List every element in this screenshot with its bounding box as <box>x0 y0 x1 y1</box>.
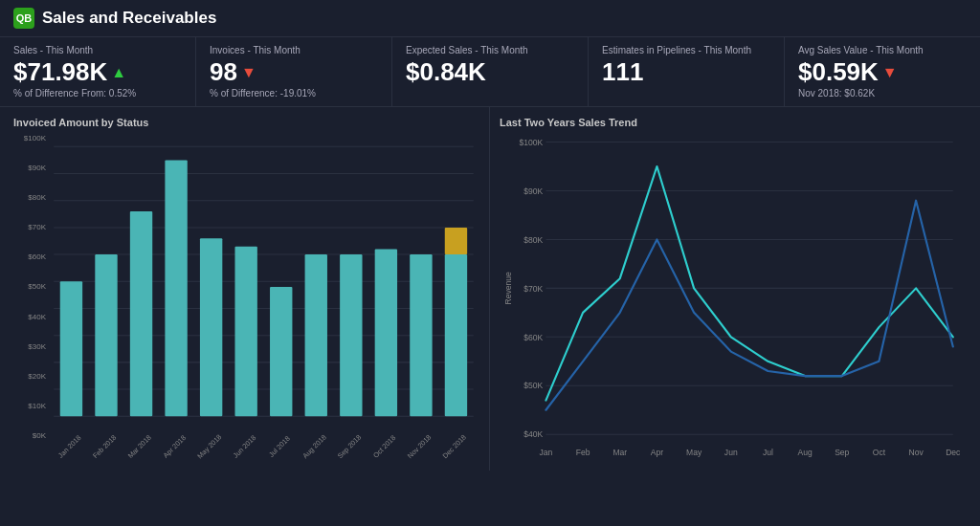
bar-y-label: $40K <box>13 313 50 321</box>
kpi-row: Sales - This Month$71.98K▲% of Differenc… <box>0 37 980 107</box>
arrow-down-icon: ▼ <box>882 64 898 81</box>
svg-text:Nov 2018: Nov 2018 <box>406 433 433 460</box>
svg-text:Jan 2018: Jan 2018 <box>56 433 83 460</box>
page-title: Sales and Receivables <box>42 9 216 28</box>
bar-y-label: $100K <box>13 134 50 142</box>
svg-text:Feb: Feb <box>576 448 590 457</box>
kpi-label: Sales - This Month <box>13 45 182 55</box>
svg-text:Revenue: Revenue <box>503 272 513 304</box>
svg-rect-27 <box>340 254 362 416</box>
svg-rect-31 <box>410 254 432 416</box>
svg-rect-33 <box>445 254 467 416</box>
svg-text:Dec 2018: Dec 2018 <box>440 433 467 460</box>
kpi-label: Expected Sales - This Month <box>406 45 574 55</box>
line-chart-title: Last Two Years Sales Trend <box>500 117 967 128</box>
bar-y-label: $20K <box>13 372 50 381</box>
svg-text:Apr 2018: Apr 2018 <box>162 433 188 459</box>
kpi-card-avg-sales: Avg Sales Value - This Month$0.59K▼Nov 2… <box>785 37 980 106</box>
svg-rect-17 <box>165 160 187 416</box>
svg-text:Oct: Oct <box>873 448 886 457</box>
svg-rect-11 <box>60 281 82 416</box>
svg-text:$80K: $80K <box>523 235 543 245</box>
kpi-label: Estimates in Pipelines - This Month <box>602 45 770 55</box>
logo: QB <box>13 8 34 29</box>
kpi-card-sales: Sales - This Month$71.98K▲% of Differenc… <box>0 37 196 106</box>
kpi-value: $0.84K <box>406 57 574 87</box>
svg-text:Oct 2018: Oct 2018 <box>371 433 397 459</box>
svg-rect-29 <box>375 249 397 416</box>
svg-text:$60K: $60K <box>523 333 543 342</box>
kpi-value: 111 <box>602 57 770 87</box>
svg-text:Jun 2018: Jun 2018 <box>232 433 258 460</box>
kpi-sub: % of Difference From: 0.52% <box>13 88 182 99</box>
bar-y-label: $80K <box>13 193 50 202</box>
svg-rect-23 <box>270 287 292 416</box>
svg-text:$70K: $70K <box>523 284 543 294</box>
kpi-card-expected-sales: Expected Sales - This Month$0.84K <box>392 37 589 106</box>
bar-y-label: $0K <box>13 431 50 440</box>
svg-rect-15 <box>130 211 152 416</box>
bar-y-label: $50K <box>13 282 50 291</box>
kpi-label: Avg Sales Value - This Month <box>798 45 967 55</box>
charts-row: Invoiced Amount by Status $100K$90K$80K$… <box>0 107 980 471</box>
kpi-sub: Nov 2018: $0.62K <box>798 88 967 99</box>
svg-text:Sep 2018: Sep 2018 <box>336 433 363 460</box>
svg-text:Mar 2018: Mar 2018 <box>126 433 153 460</box>
bar-chart-panel: Invoiced Amount by Status $100K$90K$80K$… <box>0 107 490 471</box>
svg-text:Nov: Nov <box>909 448 924 457</box>
svg-text:May 2018: May 2018 <box>195 432 223 460</box>
svg-rect-21 <box>234 247 256 417</box>
svg-text:Mar: Mar <box>612 448 627 457</box>
bar-chart-title: Invoiced Amount by Status <box>13 117 479 128</box>
bar-y-label: $60K <box>13 252 50 261</box>
svg-rect-34 <box>445 228 467 254</box>
header: QB Sales and Receivables <box>0 0 980 37</box>
svg-text:Apr: Apr <box>651 448 663 457</box>
kpi-sub: % of Difference: -19.01% <box>210 88 378 99</box>
bar-y-label: $70K <box>13 223 50 231</box>
kpi-value: $71.98K▲ <box>13 57 182 87</box>
svg-text:Sep: Sep <box>835 448 849 457</box>
svg-text:$90K: $90K <box>523 186 543 196</box>
svg-text:May: May <box>686 448 702 457</box>
kpi-value: 98▼ <box>210 57 378 87</box>
svg-rect-13 <box>95 254 117 416</box>
svg-text:Jun: Jun <box>724 448 738 457</box>
kpi-card-estimates: Estimates in Pipelines - This Month111 <box>589 37 785 106</box>
svg-rect-25 <box>305 254 327 416</box>
svg-text:Aug 2018: Aug 2018 <box>301 433 327 460</box>
kpi-label: Invoices - This Month <box>210 45 378 55</box>
kpi-value: $0.59K▼ <box>798 57 967 87</box>
svg-text:Aug: Aug <box>797 448 812 457</box>
svg-text:Dec: Dec <box>946 448 961 457</box>
arrow-down-icon: ▼ <box>241 64 256 81</box>
bar-y-label: $10K <box>13 402 50 410</box>
svg-text:Feb 2018: Feb 2018 <box>91 433 118 460</box>
bar-y-label: $30K <box>13 342 50 351</box>
svg-text:$100K: $100K <box>519 138 543 147</box>
svg-text:Jan: Jan <box>540 448 553 457</box>
svg-text:Jul 2018: Jul 2018 <box>267 434 292 459</box>
kpi-card-invoices: Invoices - This Month98▼% of Difference:… <box>196 37 392 106</box>
svg-rect-19 <box>200 238 222 416</box>
arrow-up-icon: ▲ <box>111 64 126 81</box>
svg-text:$40K: $40K <box>523 429 543 439</box>
svg-text:Jul: Jul <box>763 448 773 457</box>
line-chart-panel: Last Two Years Sales Trend $100K$90K$80K… <box>490 107 980 471</box>
svg-text:$50K: $50K <box>523 381 543 390</box>
bar-y-label: $90K <box>13 164 50 172</box>
